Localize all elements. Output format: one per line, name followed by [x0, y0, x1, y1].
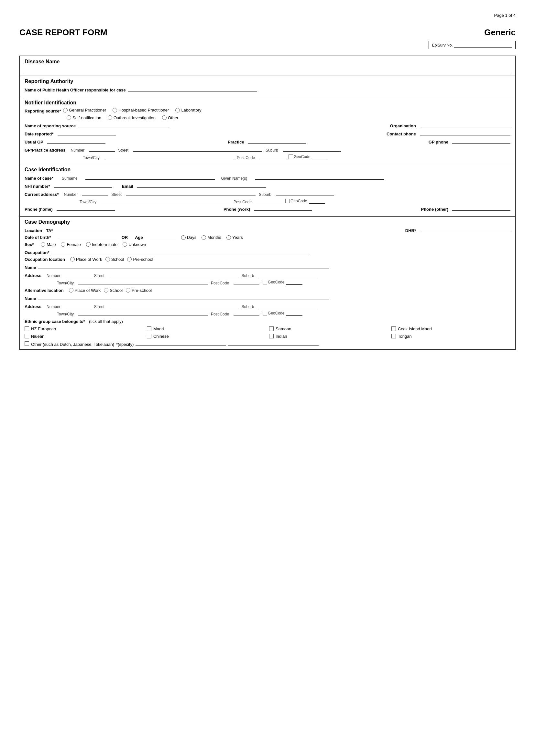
years-radio[interactable]: [226, 235, 231, 240]
occ-geocode-value[interactable]: [286, 280, 302, 285]
gp-number-value[interactable]: [89, 147, 115, 151]
sex-female-radio[interactable]: [61, 242, 65, 247]
ethnic-tongan-checkbox[interactable]: [391, 334, 396, 338]
ethnic-nz-european[interactable]: NZ European: [25, 326, 144, 331]
sex-female[interactable]: Female: [61, 242, 80, 247]
name-reporting-value[interactable]: [80, 122, 170, 127]
occ-pow[interactable]: Place of Work: [70, 257, 102, 262]
phone-work-value[interactable]: [254, 205, 312, 211]
occ-name-value[interactable]: [38, 264, 329, 269]
months-radio[interactable]: [202, 235, 206, 240]
nhi-value[interactable]: [54, 183, 112, 188]
dhb-value[interactable]: [420, 227, 510, 232]
source-hospital-radio[interactable]: [113, 108, 117, 113]
organisation-value[interactable]: [420, 122, 510, 127]
alt-postcode-value[interactable]: [234, 310, 259, 315]
days-item[interactable]: Days: [181, 235, 197, 240]
alt-geocode-value[interactable]: [286, 310, 302, 316]
gp-postcode-value[interactable]: [259, 154, 285, 159]
source-hospital[interactable]: Hospital-based Practitioner: [113, 108, 169, 113]
ca-street-value[interactable]: [126, 191, 256, 196]
alt-preschool[interactable]: Pre-school: [126, 288, 152, 293]
ca-postcode-value[interactable]: [256, 198, 282, 203]
sex-unknown[interactable]: Unknown: [123, 242, 146, 247]
ethnic-niuean-checkbox[interactable]: [25, 334, 29, 338]
source-outbreak-radio[interactable]: [108, 115, 112, 120]
ethnic-cook-island[interactable]: Cook Island Maori: [391, 326, 510, 331]
days-radio[interactable]: [181, 235, 186, 240]
ethnic-cook-island-checkbox[interactable]: [391, 326, 396, 331]
alt-school[interactable]: School: [104, 288, 123, 293]
other-ethnic-specify-value[interactable]: [135, 341, 226, 346]
occ-postcode-value[interactable]: [234, 279, 259, 284]
occ-number-value[interactable]: [65, 272, 91, 277]
dob-value[interactable]: [58, 235, 116, 240]
alt-town-value[interactable]: [78, 310, 208, 315]
source-outbreak[interactable]: Outbreak Investigation: [108, 115, 155, 120]
occ-town-value[interactable]: [78, 279, 208, 284]
source-self[interactable]: Self-notification: [67, 115, 101, 120]
alt-pow-radio[interactable]: [69, 288, 73, 292]
ethnic-nz-european-checkbox[interactable]: [25, 326, 29, 331]
alt-preschool-radio[interactable]: [126, 288, 130, 292]
ethnic-niuean[interactable]: Niuean: [25, 334, 144, 339]
alt-street-value[interactable]: [109, 303, 239, 308]
sex-male[interactable]: Male: [41, 242, 56, 247]
ca-geocode-value[interactable]: [309, 199, 325, 203]
phone-home-value[interactable]: [57, 205, 115, 211]
alt-pow[interactable]: Place of Work: [69, 288, 101, 293]
source-self-radio[interactable]: [67, 115, 71, 120]
occupation-value[interactable]: [51, 249, 310, 254]
gp-geocode-value[interactable]: [312, 154, 328, 159]
alt-name-value[interactable]: [38, 295, 329, 300]
email-value[interactable]: [137, 183, 266, 188]
officer-value[interactable]: [128, 86, 257, 92]
source-gp[interactable]: General Practitioner: [63, 108, 106, 113]
ethnic-indian[interactable]: Indian: [269, 334, 388, 339]
ethnic-chinese[interactable]: Chinese: [147, 334, 266, 339]
occ-street-value[interactable]: [109, 272, 239, 277]
ca-town-value[interactable]: [101, 198, 230, 203]
age-value[interactable]: [150, 235, 176, 240]
gp-phone-value[interactable]: [452, 138, 510, 144]
ethnic-chinese-checkbox[interactable]: [147, 334, 152, 338]
gp-suburb-value[interactable]: [283, 147, 341, 151]
alt-school-radio[interactable]: [104, 288, 108, 292]
usual-gp-value[interactable]: [47, 138, 105, 144]
gp-town-value[interactable]: [104, 154, 234, 159]
occ-preschool-radio[interactable]: [127, 257, 132, 261]
sex-unknown-radio[interactable]: [123, 242, 127, 247]
contact-phone-value[interactable]: [420, 130, 510, 135]
ethnic-indian-checkbox[interactable]: [269, 334, 274, 338]
sex-male-radio[interactable]: [41, 242, 45, 247]
episurv-value[interactable]: [454, 42, 512, 47]
other-ethnic-checkbox[interactable]: [25, 341, 29, 346]
years-item[interactable]: Years: [226, 235, 243, 240]
ethnic-samoan-checkbox[interactable]: [269, 326, 274, 331]
case-given-value[interactable]: [255, 175, 384, 180]
source-lab[interactable]: Laboratory: [175, 108, 201, 113]
phone-other-value[interactable]: [452, 205, 510, 211]
occ-school-radio[interactable]: [105, 257, 110, 261]
sex-indet-radio[interactable]: [86, 242, 91, 247]
months-item[interactable]: Months: [202, 235, 221, 240]
source-gp-radio[interactable]: [63, 108, 68, 113]
occ-preschool[interactable]: Pre-school: [127, 257, 153, 262]
source-other[interactable]: Other: [162, 115, 179, 120]
case-surname-value[interactable]: [85, 175, 215, 180]
gp-street-value[interactable]: [133, 147, 262, 151]
source-lab-radio[interactable]: [175, 108, 180, 113]
occ-suburb-value[interactable]: [259, 272, 317, 277]
ethnic-maori[interactable]: Maori: [147, 326, 266, 331]
ethnic-maori-checkbox[interactable]: [147, 326, 152, 331]
source-other-radio[interactable]: [162, 115, 167, 120]
ta-value[interactable]: [57, 227, 148, 232]
occ-school[interactable]: School: [105, 257, 124, 262]
sex-indeterminate[interactable]: Indeterminate: [86, 242, 118, 247]
ca-number-value[interactable]: [82, 191, 108, 196]
ca-suburb-value[interactable]: [276, 191, 334, 196]
alt-number-value[interactable]: [65, 303, 91, 308]
other-ethnic-specify-value2[interactable]: [228, 341, 319, 346]
date-reported-value[interactable]: [58, 130, 116, 135]
ethnic-samoan[interactable]: Samoan: [269, 326, 388, 331]
